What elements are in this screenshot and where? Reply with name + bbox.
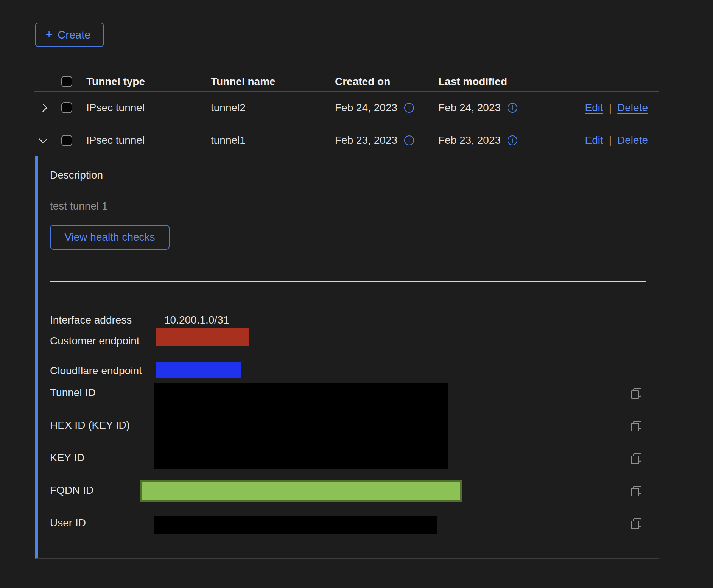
description-label: Description — [50, 169, 103, 182]
last-modified-value: Feb 24, 2023 — [438, 102, 501, 114]
tunnels-table: Tunnel type Tunnel name Created on Last … — [34, 72, 659, 157]
info-circle-icon[interactable]: i — [508, 103, 517, 113]
copy-icon[interactable] — [631, 453, 641, 464]
created-on-value: Feb 23, 2023 — [335, 134, 397, 146]
select-row-checkbox[interactable] — [61, 135, 72, 146]
ipsec-tunnels-page: + Create Tunnel type Tunnel name Created… — [0, 0, 713, 588]
action-separator: | — [609, 102, 612, 114]
header-created-on: Created on — [335, 76, 438, 88]
info-circle-icon[interactable]: i — [404, 103, 414, 113]
customer-endpoint-label: Customer endpoint — [50, 334, 140, 347]
chevron-right-icon[interactable] — [39, 103, 48, 112]
copy-icon[interactable] — [631, 421, 641, 431]
edit-link[interactable]: Edit — [585, 134, 603, 146]
table-header-row: Tunnel type Tunnel name Created on Last … — [34, 72, 659, 92]
chevron-down-icon[interactable] — [39, 135, 48, 144]
action-separator: | — [609, 134, 612, 146]
table-row-tunnel1: IPsec tunnel tunnel1 Feb 23, 2023 i Feb … — [34, 124, 659, 157]
last-modified-cell: Feb 24, 2023 i — [438, 102, 542, 114]
delete-link[interactable]: Delete — [617, 134, 648, 146]
tunnel-type-cell: IPsec tunnel — [86, 134, 211, 146]
copy-icon[interactable] — [631, 388, 641, 399]
user-id-label: User ID — [50, 516, 86, 529]
cloudflare-endpoint-value-redacted — [156, 362, 241, 378]
last-modified-cell: Feb 23, 2023 i — [438, 134, 542, 146]
copy-icon[interactable] — [631, 518, 641, 529]
customer-endpoint-value-redacted — [156, 328, 249, 346]
select-row-checkbox[interactable] — [61, 102, 72, 113]
create-button-label: Create — [58, 29, 90, 41]
header-tunnel-name: Tunnel name — [211, 76, 335, 88]
create-button[interactable]: + Create — [35, 23, 104, 47]
tunnel-name-cell: tunnel2 — [211, 102, 335, 114]
select-all-checkbox[interactable] — [61, 76, 72, 87]
fqdn-id-label: FQDN ID — [50, 484, 93, 497]
header-checkbox-cell — [61, 76, 86, 87]
hex-id-label: HEX ID (KEY ID) — [50, 419, 130, 432]
copy-icon[interactable] — [631, 486, 641, 496]
row-actions: Edit | Delete — [542, 134, 659, 146]
created-on-cell: Feb 24, 2023 i — [335, 102, 438, 114]
row-actions: Edit | Delete — [542, 102, 659, 114]
delete-link[interactable]: Delete — [617, 102, 648, 114]
table-row-tunnel2: IPsec tunnel tunnel2 Feb 24, 2023 i Feb … — [34, 92, 659, 124]
tunnel-ids-values-redacted — [154, 383, 448, 469]
info-circle-icon[interactable]: i — [508, 135, 517, 145]
fqdn-id-value-redacted — [140, 480, 462, 502]
header-last-modified: Last modified — [438, 76, 542, 88]
interface-address-label: Interface address — [50, 314, 132, 327]
edit-link[interactable]: Edit — [585, 102, 603, 114]
section-divider — [50, 281, 646, 282]
header-tunnel-type: Tunnel type — [86, 76, 211, 88]
user-id-value-redacted — [154, 516, 437, 534]
tunnel-name-cell: tunnel1 — [211, 134, 335, 146]
key-id-label: KEY ID — [50, 451, 84, 464]
created-on-cell: Feb 23, 2023 i — [335, 134, 438, 146]
last-modified-value: Feb 23, 2023 — [438, 134, 501, 146]
info-circle-icon[interactable]: i — [404, 135, 414, 145]
plus-icon: + — [45, 28, 53, 40]
created-on-value: Feb 24, 2023 — [335, 102, 397, 114]
cloudflare-endpoint-label: Cloudflare endpoint — [50, 364, 142, 377]
tunnel-type-cell: IPsec tunnel — [86, 102, 211, 114]
tunnel-id-label: Tunnel ID — [50, 386, 95, 399]
tunnel-detail-panel: Description test tunnel 1 View health ch… — [35, 156, 659, 559]
description-value: test tunnel 1 — [50, 200, 108, 213]
view-health-checks-button[interactable]: View health checks — [50, 225, 170, 250]
interface-address-value: 10.200.1.0/31 — [164, 314, 229, 327]
